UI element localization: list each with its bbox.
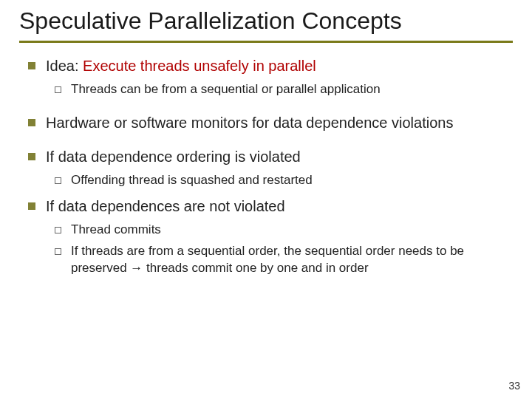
page-number: 33 <box>508 380 520 392</box>
bullet-idea-prefix: Idea: <box>46 58 83 74</box>
bullet-violated-text: If data dependence ordering is violated <box>46 149 301 165</box>
bullet-list: Idea: Execute threads unsafely in parall… <box>24 56 510 277</box>
bullet-idea: Idea: Execute threads unsafely in parall… <box>24 56 510 98</box>
title-underline <box>19 41 513 43</box>
slide-title: Speculative Parallelization Concepts <box>19 7 513 39</box>
bullet-not-violated-text: If data dependences are not violated <box>46 198 285 214</box>
content-area: Idea: Execute threads unsafely in parall… <box>19 56 513 277</box>
bullet-violated: If data dependence ordering is violated … <box>24 147 510 189</box>
slide: Speculative Parallelization Concepts Ide… <box>0 0 532 399</box>
sub-list: Offending thread is squashed and restart… <box>46 172 510 189</box>
sub-bullet: Offending thread is squashed and restart… <box>46 172 510 189</box>
sub-list: Thread commits If threads are from a seq… <box>46 222 510 277</box>
sub-bullet: If threads are from a sequential order, … <box>46 243 510 277</box>
sub-bullet: Thread commits <box>46 222 510 239</box>
bullet-not-violated: If data dependences are not violated Thr… <box>24 197 510 277</box>
sub-bullet: Threads can be from a sequential or para… <box>46 81 510 98</box>
sub-list: Threads can be from a sequential or para… <box>46 81 510 98</box>
bullet-idea-highlight: Execute threads unsafely in parallel <box>83 58 316 74</box>
bullet-monitor: Hardware or software monitors for data d… <box>24 113 510 132</box>
